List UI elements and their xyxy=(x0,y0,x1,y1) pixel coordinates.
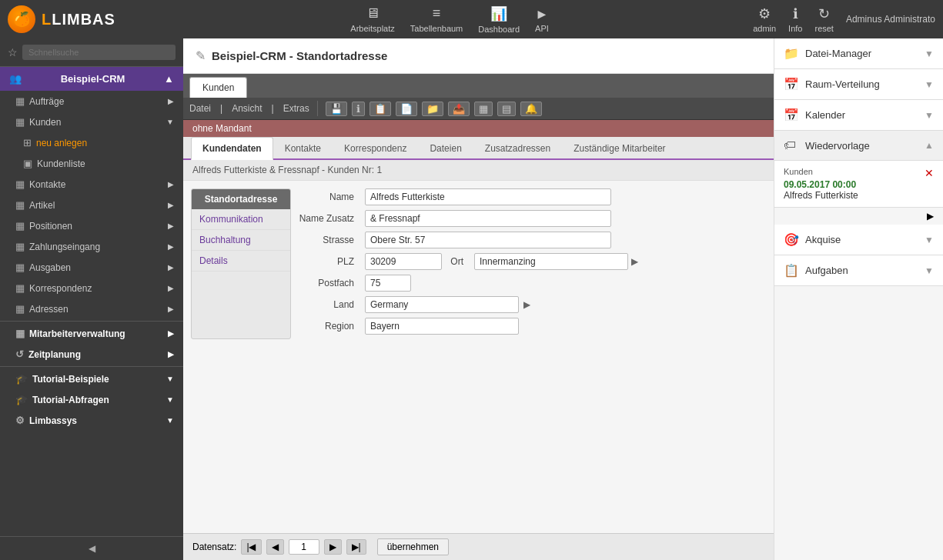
kontakte-icon: ▦ xyxy=(15,178,25,190)
wv-close-btn[interactable]: ✕ xyxy=(925,167,934,179)
nav-admin[interactable]: ⚙ admin xyxy=(753,5,776,33)
toolbar-bell-btn[interactable]: 🔔 xyxy=(520,102,542,116)
breadcrumb-icon: ✎ xyxy=(196,48,206,63)
sidebar-item-positionen[interactable]: ▦ Positionen ▶ xyxy=(0,215,183,236)
pag-prev-btn[interactable]: ◀ xyxy=(266,539,284,555)
form-row-region: Region xyxy=(299,318,766,335)
sidebar-item-neu-anlegen[interactable]: ⊞ neu anlegen xyxy=(0,132,183,153)
toolbar-new-btn[interactable]: 📄 xyxy=(396,102,417,116)
land-input[interactable] xyxy=(365,296,519,313)
sidebar-item-zeitplanung[interactable]: ↺ Zeitplanung ▶ xyxy=(0,344,183,365)
toolbar-extras[interactable]: Extras xyxy=(283,103,309,114)
alert-strip: ohne Mandant xyxy=(183,120,774,137)
breadcrumb-text: Beispiel-CRM - Standortadresse xyxy=(212,49,387,62)
form-sidebar: Standortadresse Kommunikation Buchhaltun… xyxy=(191,188,291,339)
tab-dateien[interactable]: Dateien xyxy=(418,137,473,160)
raum-verteilung-arrow: ▼ xyxy=(925,79,934,90)
toolbar-save-btn[interactable]: 💾 xyxy=(326,102,347,116)
mitarbeiter-arrow: ▶ xyxy=(168,329,174,338)
mitarbeiter-icon: ▦ xyxy=(15,328,25,339)
pagination-label: Datensatz: xyxy=(192,542,236,552)
sidebar-item-mitarbeiterverwaltung[interactable]: ▦ Mitarbeiterverwaltung ▶ xyxy=(0,323,183,344)
nav-info[interactable]: ℹ Info xyxy=(788,5,802,33)
sidebar-item-ausgaben[interactable]: ▦ Ausgaben ▶ xyxy=(0,257,183,278)
rp-wiedervorlage[interactable]: 🏷 Wiedervorlage ▲ xyxy=(774,131,943,161)
sidebar-item-adressen[interactable]: ▦ Adressen ▶ xyxy=(0,298,183,319)
sidebar-item-kontakte[interactable]: ▦ Kontakte ▶ xyxy=(0,174,183,195)
ubernehmen-btn[interactable]: übernehmen xyxy=(377,538,449,555)
rp-expand-area[interactable]: ▶ xyxy=(774,208,943,225)
aufgaben-icon: 📋 xyxy=(784,263,799,278)
sidebar-section-crm[interactable]: 👥 Beispiel-CRM ▲ xyxy=(0,67,183,91)
postfach-input[interactable] xyxy=(365,275,411,292)
sidebar-section-icon: 👥 xyxy=(9,73,22,85)
pag-first-btn[interactable]: |◀ xyxy=(241,539,261,555)
tutorial-abfragen-icon: 🎓 xyxy=(15,394,28,405)
search-input[interactable] xyxy=(22,45,176,60)
star-icon[interactable]: ☆ xyxy=(8,46,18,58)
breadcrumb: ✎ Beispiel-CRM - Standortadresse xyxy=(183,38,774,74)
tab-korrespondenz[interactable]: Korrespondenz xyxy=(333,137,418,160)
tab-kontakte[interactable]: Kontakte xyxy=(273,137,333,160)
tab-kundendaten[interactable]: Kundendaten xyxy=(191,137,273,160)
toolbar-ansicht[interactable]: Ansicht xyxy=(232,103,262,114)
akquise-arrow: ▼ xyxy=(925,235,934,245)
sidebar-item-tutorial-abfragen[interactable]: 🎓 Tutorial-Abfragen ▼ xyxy=(0,389,183,410)
toolbar-folder-btn[interactable]: 📁 xyxy=(422,102,443,116)
sidebar-item-limbassys[interactable]: ⚙ Limbassys ▼ xyxy=(0,410,183,431)
toolbar: Datei | Ansicht | Extras 💾 ℹ 📋 📄 📁 📤 ▦ ▤… xyxy=(183,98,774,120)
toolbar-export-btn[interactable]: 📤 xyxy=(448,102,470,116)
pag-current-input[interactable] xyxy=(289,539,319,555)
strasse-input[interactable] xyxy=(365,232,611,248)
toolbar-list-btn[interactable]: ▤ xyxy=(497,102,516,116)
region-input[interactable] xyxy=(365,318,519,335)
nav-api[interactable]: ▶ API xyxy=(535,5,549,34)
tab-zusatzadressen[interactable]: Zusatzadressen xyxy=(473,137,562,160)
toolbar-info-btn[interactable]: ℹ xyxy=(352,102,365,116)
plz-input[interactable] xyxy=(365,253,442,270)
arbeitsplatz-icon: 🖥 xyxy=(366,5,380,22)
nav-tabellenbaum[interactable]: ≡ Tabellenbaum xyxy=(410,5,463,34)
sidebar-item-zahlungseingang[interactable]: ▦ Zahlungseingang ▶ xyxy=(0,236,183,257)
nav-arbeitsplatz[interactable]: 🖥 Arbeitsplatz xyxy=(350,5,394,34)
tabellenbaum-icon: ≡ xyxy=(433,5,441,22)
sidebar-item-tutorial-beispiele[interactable]: 🎓 Tutorial-Beispiele ▼ xyxy=(0,368,183,389)
ort-input[interactable] xyxy=(474,253,628,270)
sidebar-item-kunden[interactable]: ▦ Kunden ▼ xyxy=(0,112,183,132)
sidebar-collapse-btn[interactable]: ◀ xyxy=(0,536,183,560)
nav-dashboard[interactable]: 📊 Dashboard xyxy=(478,5,520,34)
zahlungseingang-icon: ▦ xyxy=(15,241,25,252)
sidebar-item-auftrage[interactable]: ▦ Aufträge ▶ xyxy=(0,91,183,112)
tab-kunden[interactable]: Kunden xyxy=(189,77,247,98)
section-collapse-icon: ▲ xyxy=(164,73,174,85)
name-input[interactable] xyxy=(365,188,611,205)
sidebar-item-artikel[interactable]: ▦ Artikel ▶ xyxy=(0,195,183,215)
pag-last-btn[interactable]: ▶| xyxy=(346,539,366,555)
rp-aufgaben[interactable]: 📋 Aufgaben ▼ xyxy=(774,255,943,286)
sidebar-item-kundenliste[interactable]: ▣ Kundenliste xyxy=(0,153,183,174)
rp-raum-verteilung[interactable]: 📅 Raum-Verteilung ▼ xyxy=(774,69,943,100)
ort-arrow[interactable]: ▶ xyxy=(631,256,638,267)
logo-area: 🍊 LLIMBAS xyxy=(8,5,146,33)
land-arrow[interactable]: ▶ xyxy=(523,299,530,310)
name-zusatz-input[interactable] xyxy=(365,210,611,227)
nav-reset[interactable]: ↻ reset xyxy=(814,5,833,33)
toolbar-grid-btn[interactable]: ▦ xyxy=(474,102,493,116)
wiedervorlage-icon: 🏷 xyxy=(784,138,799,152)
pag-next-btn[interactable]: ▶ xyxy=(324,539,342,555)
toolbar-datei[interactable]: Datei xyxy=(189,103,211,114)
rp-datei-manager[interactable]: 📁 Datei-Manager ▼ xyxy=(774,38,943,69)
ausgaben-icon: ▦ xyxy=(15,262,25,273)
form-sidebar-kommunikation[interactable]: Kommunikation xyxy=(192,209,290,230)
form-sidebar-details[interactable]: Details xyxy=(192,251,290,272)
rp-kalender[interactable]: 📅 Kalender ▼ xyxy=(774,100,943,131)
sidebar-item-korrespondenz[interactable]: ▦ Korrespondenz ▶ xyxy=(0,278,183,298)
artikel-icon: ▦ xyxy=(15,199,25,211)
form-inner-tabs: Kundendaten Kontakte Korrespondenz Datei… xyxy=(183,137,774,160)
right-panel: 📁 Datei-Manager ▼ 📅 Raum-Verteilung ▼ 📅 … xyxy=(774,38,943,560)
form-sidebar-buchhaltung[interactable]: Buchhaltung xyxy=(192,230,290,251)
rp-akquise[interactable]: 🎯 Akquise ▼ xyxy=(774,225,943,255)
tab-zustandige[interactable]: Zuständige Mitarbeiter xyxy=(562,137,677,160)
form-area: Kundendaten Kontakte Korrespondenz Datei… xyxy=(183,137,774,533)
toolbar-copy-btn[interactable]: 📋 xyxy=(370,102,391,116)
